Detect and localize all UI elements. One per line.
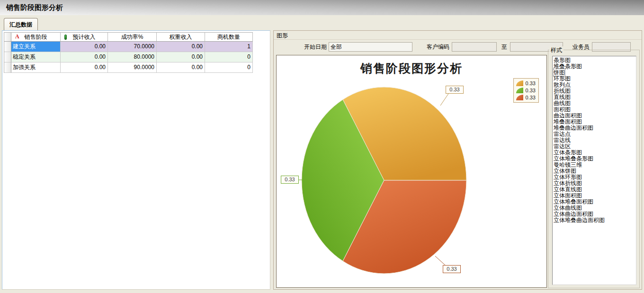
style-item-label: 饼图	[554, 69, 565, 76]
cell-count[interactable]: 0	[205, 52, 253, 62]
legend-item[interactable]: 0.33	[516, 80, 536, 86]
cell-weighted[interactable]: 0.00	[157, 62, 205, 73]
cell-stage[interactable]: 稳定关系	[11, 52, 61, 62]
legend-swatch-icon	[516, 95, 523, 100]
cell-stage[interactable]: 加强关系	[11, 62, 61, 73]
cell-expected[interactable]: 0.00	[61, 62, 108, 73]
pie-slice-label: 0.33	[443, 265, 461, 273]
legend-swatch-icon	[516, 80, 523, 86]
pie-slice-label: 0.33	[446, 86, 464, 94]
graph-panel: 图形 开始日期 客户编码 至 业务员 销售阶段图形分析 0.330.330.33…	[273, 30, 642, 290]
style-item-label: 立体曲边面积图	[554, 211, 593, 217]
table-row: 建立关系0.0070.00000.001	[4, 42, 253, 52]
cell-count[interactable]: 0	[205, 62, 253, 73]
legend-label: 0.33	[526, 88, 536, 93]
cell-success[interactable]: 90.0000	[108, 62, 157, 73]
style-item-label: 立体堆叠面积图	[554, 198, 593, 205]
cell-expected[interactable]: 0.00	[61, 52, 108, 62]
column-header[interactable]: 权重收入	[157, 33, 205, 42]
style-item-label: 立体面积图	[554, 192, 582, 199]
row-selector[interactable]	[4, 52, 11, 62]
style-list-item[interactable]: 立体堆叠曲边面积图	[554, 217, 636, 223]
style-item-label: 立体环形图	[554, 174, 582, 180]
style-item-label: 曲边面积图	[554, 112, 582, 119]
cell-weighted[interactable]: 0.00	[157, 42, 205, 52]
tab-label: 汇总数据	[9, 21, 32, 28]
style-item-label: 立体堆叠条形图	[554, 155, 593, 162]
title-bar: 销售阶段图形分析	[0, 0, 644, 15]
legend-item[interactable]: 0.33	[516, 95, 536, 100]
filter-pill-icon	[64, 35, 67, 40]
graph-panel-title: 图形	[277, 32, 288, 39]
legend-item[interactable]: 0.33	[516, 88, 536, 93]
column-header-label: 权重收入	[170, 34, 192, 40]
style-item-label: 立体饼图	[554, 168, 576, 174]
column-header[interactable]: 商机数量	[205, 33, 253, 42]
cell-stage[interactable]: 建立关系	[11, 42, 61, 52]
cell-weighted[interactable]: 0.00	[157, 52, 205, 62]
summary-grid-panel: A销售阶段预计收入成功率%权重收入商机数量建立关系0.0070.00000.00…	[2, 30, 270, 290]
column-header[interactable]: 预计收入	[61, 33, 108, 42]
column-header-label: 成功率%	[121, 34, 143, 40]
row-selector[interactable]	[4, 42, 11, 52]
style-item-label: 堆叠曲边面积图	[554, 124, 593, 131]
legend-swatch-icon	[516, 88, 523, 93]
grid-corner[interactable]	[4, 33, 11, 42]
column-header[interactable]: 成功率%	[108, 33, 157, 42]
start-date-label: 开始日期	[304, 43, 327, 51]
style-item-label: 雷达区	[554, 143, 571, 150]
style-item-label: 立体折线图	[554, 180, 582, 186]
tab-summary-data[interactable]: 汇总数据	[4, 18, 38, 30]
app-window: 销售阶段图形分析 汇总数据 A销售阶段预计收入成功率%权重收入商机数量建立关系0…	[0, 0, 644, 293]
cell-success[interactable]: 80.0000	[108, 52, 157, 62]
style-item-label: 立体曲线图	[554, 204, 582, 211]
cell-success[interactable]: 70.0000	[108, 42, 157, 52]
style-groupbox: 样式 条形图堆叠条形图饼图环形图散列点折线图直线图曲线图面积图曲边面积图堆叠面积…	[548, 50, 640, 288]
pie-chart	[277, 55, 546, 287]
pie-label-leader-line	[440, 94, 448, 106]
table-row: 稳定关系0.0080.00000.000	[4, 52, 253, 62]
style-item-label: 曼哈顿三维	[554, 161, 582, 168]
style-item-label: 直线图	[554, 94, 571, 100]
graph-panel-header: 图形	[274, 31, 642, 40]
style-item-label: 折线图	[554, 88, 571, 94]
style-list-item[interactable]: 堆叠条形图	[554, 63, 636, 70]
cell-expected[interactable]: 0.00	[61, 42, 108, 52]
style-item-label: 堆叠面积图	[554, 118, 582, 125]
legend-label: 0.33	[526, 80, 536, 86]
pie-slice-label: 0.33	[281, 176, 299, 184]
style-item-label: 曲线图	[554, 100, 571, 107]
style-item-label: 面积图	[554, 106, 571, 113]
column-header-label: 预计收入	[73, 34, 96, 40]
chart-style-listbox[interactable]: 条形图堆叠条形图饼图环形图散列点折线图直线图曲线图面积图曲边面积图堆叠面积图堆叠…	[552, 56, 636, 285]
legend-label: 0.33	[526, 95, 536, 100]
page-title: 销售阶段图形分析	[0, 0, 644, 15]
chart-legend: 0.330.330.33	[513, 78, 539, 103]
style-item-label: 条形图	[554, 57, 571, 63]
style-item-label: 堆叠条形图	[554, 63, 582, 70]
row-selector[interactable]	[4, 62, 11, 73]
customer-code-label: 客户编码	[427, 43, 449, 51]
chart-area: 销售阶段图形分析 0.330.330.33 0.330.330.33	[276, 55, 547, 288]
pie-label-leader-line	[435, 256, 446, 266]
style-item-label: 散列点	[554, 81, 571, 88]
sort-a-icon: A	[15, 33, 19, 40]
tab-strip: 汇总数据	[0, 15, 644, 30]
column-header-label: 商机数量	[217, 34, 240, 40]
style-group-title: 样式	[549, 46, 564, 54]
column-header-label: 销售阶段	[25, 34, 47, 40]
start-date-input[interactable]	[329, 42, 412, 52]
to-label: 至	[501, 43, 507, 51]
column-header[interactable]: A销售阶段	[11, 33, 61, 42]
table-row: 加强关系0.0090.00000.000	[4, 62, 253, 73]
style-item-label: 立体条形图	[554, 149, 582, 156]
style-item-label: 环形图	[554, 75, 571, 82]
customer-code-input[interactable]	[452, 42, 497, 52]
style-item-label: 雷达点	[554, 131, 571, 137]
style-item-label: 雷达线	[554, 137, 571, 143]
style-item-label: 立体堆叠曲边面积图	[554, 217, 605, 223]
cell-count[interactable]: 1	[205, 42, 253, 52]
summary-table: A销售阶段预计收入成功率%权重收入商机数量建立关系0.0070.00000.00…	[4, 32, 253, 73]
style-item-label: 立体直线图	[554, 186, 582, 193]
